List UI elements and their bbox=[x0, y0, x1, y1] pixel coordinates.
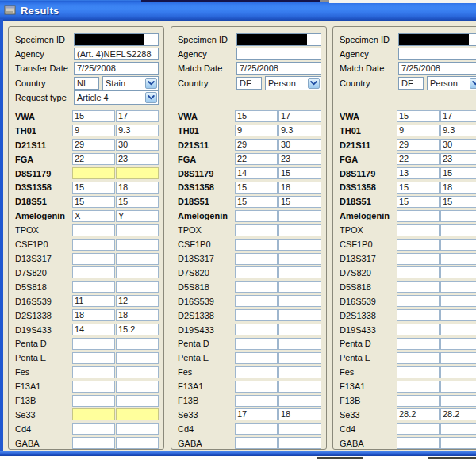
allele-cell[interactable]: 18 bbox=[116, 309, 159, 321]
specimen-type-select[interactable]: Person bbox=[427, 76, 476, 90]
allele-cell[interactable] bbox=[397, 266, 440, 278]
allele-cell[interactable] bbox=[440, 338, 476, 350]
allele-cell[interactable] bbox=[440, 395, 476, 407]
allele-cell[interactable] bbox=[116, 167, 159, 179]
allele-cell[interactable]: 18 bbox=[278, 182, 321, 194]
allele-cell[interactable]: Y bbox=[116, 210, 159, 222]
allele-cell[interactable]: 9.3 bbox=[278, 125, 321, 136]
allele-cell[interactable]: 23 bbox=[440, 153, 476, 165]
allele-cell[interactable] bbox=[440, 253, 476, 265]
allele-cell[interactable] bbox=[72, 408, 115, 420]
allele-cell[interactable] bbox=[278, 437, 321, 449]
allele-cell[interactable] bbox=[72, 338, 115, 350]
allele-cell[interactable] bbox=[440, 295, 476, 307]
allele-cell[interactable] bbox=[235, 266, 278, 278]
allele-cell[interactable] bbox=[397, 381, 440, 393]
allele-cell[interactable] bbox=[397, 281, 440, 293]
allele-cell[interactable] bbox=[278, 266, 321, 278]
allele-cell[interactable] bbox=[440, 281, 476, 293]
allele-cell[interactable] bbox=[116, 281, 159, 293]
allele-cell[interactable] bbox=[235, 423, 278, 435]
allele-cell[interactable] bbox=[116, 395, 159, 407]
allele-cell[interactable]: 22 bbox=[72, 153, 115, 165]
allele-cell[interactable] bbox=[278, 381, 321, 393]
agency-field[interactable] bbox=[398, 48, 476, 60]
allele-cell[interactable] bbox=[440, 239, 476, 251]
country-code-field[interactable]: NL bbox=[74, 77, 99, 90]
allele-cell[interactable] bbox=[278, 366, 321, 378]
allele-cell[interactable]: 15 bbox=[397, 110, 440, 122]
allele-cell[interactable]: 22 bbox=[397, 153, 440, 165]
allele-cell[interactable] bbox=[440, 437, 476, 449]
allele-cell[interactable]: 18 bbox=[116, 182, 159, 194]
allele-cell[interactable]: 15 bbox=[72, 196, 115, 208]
allele-cell[interactable] bbox=[235, 309, 278, 321]
allele-cell[interactable]: 30 bbox=[440, 139, 476, 151]
allele-cell[interactable]: 15 bbox=[278, 167, 321, 179]
allele-cell[interactable]: 9.3 bbox=[116, 125, 159, 136]
allele-cell[interactable] bbox=[397, 253, 440, 265]
allele-cell[interactable] bbox=[278, 253, 321, 265]
allele-cell[interactable] bbox=[235, 352, 278, 364]
allele-cell[interactable]: 17 bbox=[116, 110, 159, 122]
allele-cell[interactable]: 15 bbox=[397, 196, 440, 208]
allele-cell[interactable]: 29 bbox=[72, 139, 115, 151]
allele-cell[interactable]: 15 bbox=[440, 167, 476, 179]
allele-cell[interactable] bbox=[72, 395, 115, 407]
allele-cell[interactable] bbox=[278, 338, 321, 350]
specimen-id-field[interactable] bbox=[74, 33, 159, 46]
allele-cell[interactable] bbox=[72, 239, 115, 251]
allele-cell[interactable] bbox=[116, 239, 159, 251]
allele-cell[interactable] bbox=[440, 224, 476, 236]
allele-cell[interactable] bbox=[440, 266, 476, 278]
allele-cell[interactable]: 23 bbox=[278, 153, 321, 165]
allele-cell[interactable] bbox=[440, 210, 476, 222]
allele-cell[interactable]: 15 bbox=[235, 182, 278, 194]
allele-cell[interactable]: 14 bbox=[235, 167, 278, 179]
allele-cell[interactable] bbox=[440, 324, 476, 335]
allele-cell[interactable]: 11 bbox=[72, 295, 115, 307]
allele-cell[interactable]: 18 bbox=[72, 309, 115, 321]
country-code-field[interactable]: DE bbox=[236, 77, 262, 90]
allele-cell[interactable] bbox=[397, 437, 440, 449]
allele-cell[interactable] bbox=[440, 366, 476, 378]
allele-cell[interactable] bbox=[397, 366, 440, 378]
allele-cell[interactable]: 30 bbox=[116, 139, 159, 151]
transfer-date-field[interactable]: 7/25/2008 bbox=[74, 62, 159, 75]
allele-cell[interactable]: 15 bbox=[235, 110, 278, 122]
allele-cell[interactable] bbox=[235, 295, 278, 307]
allele-cell[interactable] bbox=[397, 295, 440, 307]
allele-cell[interactable]: 9 bbox=[72, 125, 115, 136]
allele-cell[interactable] bbox=[72, 366, 115, 378]
allele-cell[interactable]: 29 bbox=[235, 139, 278, 151]
allele-cell[interactable]: 29 bbox=[397, 139, 440, 151]
allele-cell[interactable] bbox=[116, 224, 159, 236]
allele-cell[interactable] bbox=[235, 324, 278, 335]
allele-cell[interactable] bbox=[397, 210, 440, 222]
specimen-id-field[interactable] bbox=[236, 33, 321, 46]
allele-cell[interactable] bbox=[397, 352, 440, 364]
agency-field[interactable]: (Art. 4)NEFLS2288 bbox=[74, 48, 159, 60]
allele-cell[interactable]: 18 bbox=[440, 182, 476, 194]
allele-cell[interactable] bbox=[278, 395, 321, 407]
allele-cell[interactable] bbox=[235, 239, 278, 251]
allele-cell[interactable] bbox=[278, 281, 321, 293]
allele-cell[interactable] bbox=[116, 437, 159, 449]
allele-cell[interactable]: 15 bbox=[116, 196, 159, 208]
allele-cell[interactable] bbox=[72, 253, 115, 265]
allele-cell[interactable] bbox=[278, 352, 321, 364]
allele-cell[interactable] bbox=[72, 281, 115, 293]
allele-cell[interactable] bbox=[72, 381, 115, 393]
allele-cell[interactable] bbox=[116, 423, 159, 435]
allele-cell[interactable]: 12 bbox=[116, 295, 159, 307]
allele-cell[interactable]: X bbox=[72, 210, 115, 222]
allele-cell[interactable] bbox=[235, 366, 278, 378]
allele-cell[interactable] bbox=[397, 239, 440, 251]
allele-cell[interactable]: 9.3 bbox=[440, 125, 476, 136]
allele-cell[interactable] bbox=[278, 309, 321, 321]
allele-cell[interactable]: 15 bbox=[235, 196, 278, 208]
allele-cell[interactable] bbox=[397, 309, 440, 321]
allele-cell[interactable] bbox=[72, 266, 115, 278]
allele-cell[interactable] bbox=[116, 352, 159, 364]
allele-cell[interactable]: 9 bbox=[235, 125, 278, 136]
